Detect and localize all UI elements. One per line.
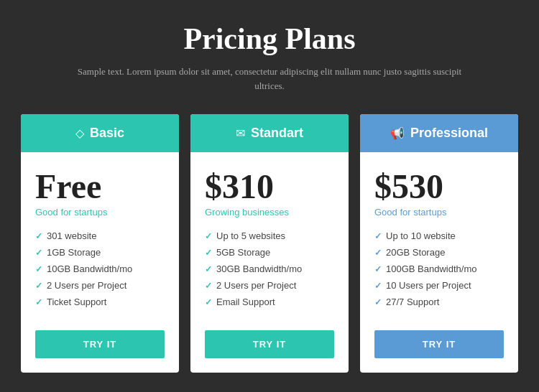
plan-header-basic: ◇Basic [21,114,179,152]
feature-item: ✓Up to 5 websites [205,230,334,241]
check-icon: ✓ [374,248,382,258]
plan-body-standart: $310Growing businesses✓Up to 5 websites✓… [190,152,349,373]
plan-body-professional: $530Good for startups✓Up to 10 website✓2… [360,152,518,373]
plan-tagline-standart: Growing businesses [205,207,334,218]
plan-icon-professional: 📢 [390,126,405,140]
feature-item: ✓20GB Storage [374,247,504,258]
feature-item: ✓Email Support [205,297,334,307]
try-button-standart[interactable]: TRY IT [205,330,334,358]
check-icon: ✓ [205,248,212,258]
feature-text: 5GB Storage [216,247,270,258]
check-icon: ✓ [205,231,212,241]
plan-card-standart: ✉Standart$310Growing businesses✓Up to 5 … [190,114,349,373]
check-icon: ✓ [35,281,42,291]
plan-name-standart: Standart [251,126,303,141]
check-icon: ✓ [35,248,42,258]
plan-card-professional: 📢Professional$530Good for startups✓Up to… [360,114,518,373]
feature-item: ✓Ticket Support [35,297,165,307]
feature-text: 30GB Bandwidth/mo [216,263,302,274]
feature-item: ✓2 Users per Project [35,280,165,291]
check-icon: ✓ [374,281,382,291]
check-icon: ✓ [35,231,42,241]
check-icon: ✓ [205,281,212,291]
feature-text: 2 Users per Project [216,280,296,291]
try-button-basic[interactable]: TRY IT [35,330,165,358]
feature-text: 27/7 Support [386,297,439,307]
plan-features-professional: ✓Up to 10 website✓20GB Storage✓100GB Ban… [374,230,504,313]
plan-icon-standart: ✉ [236,126,245,140]
try-button-professional[interactable]: TRY IT [374,330,504,358]
plan-name-basic: Basic [90,126,124,141]
feature-text: 301 website [47,230,96,241]
plan-price-professional: $530 [374,169,504,204]
feature-text: 10GB Bandwidth/mo [47,263,132,274]
plan-price-basic: Free [35,169,165,204]
check-icon: ✓ [374,231,382,241]
feature-text: 2 Users per Project [47,280,126,291]
plan-features-basic: ✓301 website✓1GB Storage✓10GB Bandwidth/… [35,230,165,313]
feature-text: Email Support [216,297,275,307]
feature-item: ✓301 website [35,230,165,241]
plan-body-basic: FreeGood for startups✓301 website✓1GB St… [21,152,179,373]
page-title: Pricing Plans [183,22,355,56]
feature-item: ✓1GB Storage [35,247,165,258]
plans-container: ◇BasicFreeGood for startups✓301 website✓… [14,114,525,373]
page-subtitle: Sample text. Lorem ipsum dolor sit amet,… [75,65,464,93]
check-icon: ✓ [35,264,42,274]
check-icon: ✓ [35,297,42,307]
plan-header-standart: ✉Standart [190,114,349,152]
plan-header-professional: 📢Professional [360,114,518,152]
feature-item: ✓30GB Bandwidth/mo [205,263,334,274]
plan-price-standart: $310 [205,169,334,204]
check-icon: ✓ [205,264,212,274]
plan-icon-basic: ◇ [75,126,84,140]
feature-item: ✓100GB Bandwidth/mo [374,263,504,274]
feature-item: ✓5GB Storage [205,247,334,258]
feature-text: Up to 5 websites [216,230,285,241]
feature-item: ✓2 Users per Project [205,280,334,291]
plan-name-professional: Professional [410,126,488,141]
feature-text: Up to 10 website [386,230,456,241]
feature-text: 20GB Storage [386,247,445,258]
plan-features-standart: ✓Up to 5 websites✓5GB Storage✓30GB Bandw… [205,230,334,313]
plan-tagline-basic: Good for startups [35,207,165,218]
check-icon: ✓ [374,264,382,274]
feature-item: ✓10GB Bandwidth/mo [35,263,165,274]
feature-item: ✓Up to 10 website [374,230,504,241]
feature-text: Ticket Support [47,297,106,307]
check-icon: ✓ [205,297,212,307]
feature-item: ✓27/7 Support [374,297,504,307]
feature-item: ✓10 Users per Project [374,280,504,291]
plan-card-basic: ◇BasicFreeGood for startups✓301 website✓… [21,114,179,373]
feature-text: 10 Users per Project [386,280,471,291]
feature-text: 100GB Bandwidth/mo [386,263,476,274]
plan-tagline-professional: Good for startups [374,207,504,218]
feature-text: 1GB Storage [47,247,101,258]
check-icon: ✓ [374,297,382,307]
